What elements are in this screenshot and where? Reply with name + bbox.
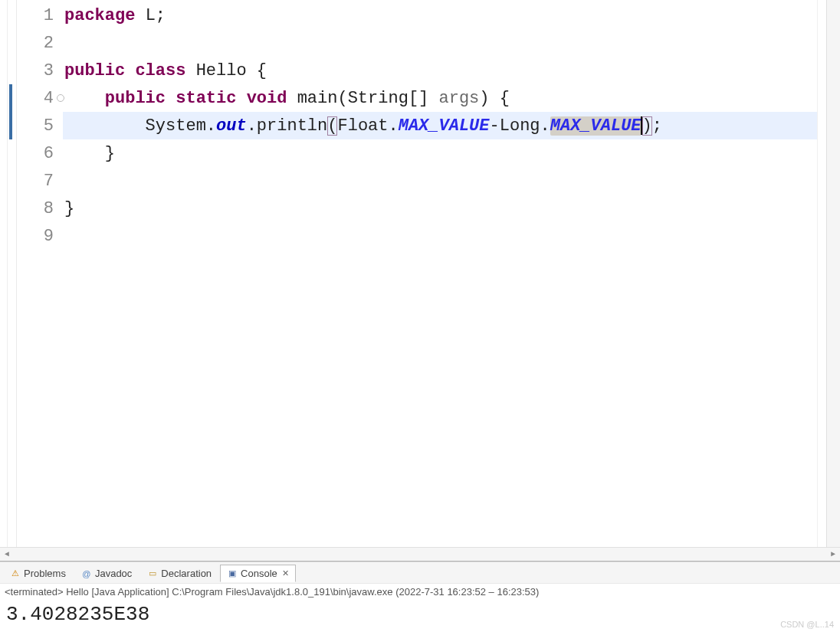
line-number[interactable]: 5 [17, 112, 63, 139]
code-token: ; [652, 116, 662, 136]
code-line[interactable]: public static void main(String[] args) { [63, 84, 817, 112]
tab-declaration[interactable]: ▭ Declaration [140, 565, 218, 582]
code-token: Float. [337, 116, 398, 136]
console-status: <terminated> Hello [Java Application] C:… [0, 583, 840, 600]
line-number[interactable]: 4 [17, 84, 63, 112]
tab-label: Javadoc [95, 568, 132, 579]
console-output[interactable]: 3.4028235E38 [0, 600, 840, 632]
code-token: public class [64, 61, 196, 80]
line-number[interactable]: 3 [17, 57, 63, 84]
code-token: MAX_VALUE [550, 116, 641, 136]
fold-marker[interactable] [9, 84, 12, 139]
ide-root: 123456789 package L;public class Hello {… [0, 0, 840, 632]
code-token: L; [146, 6, 166, 25]
declaration-icon: ▭ [147, 568, 158, 579]
code-line[interactable]: } [63, 195, 817, 222]
code-token: ) { [479, 89, 510, 108]
tab-javadoc[interactable]: @ Javadoc [74, 565, 139, 582]
tab-label: Console [241, 568, 277, 579]
tab-label: Declaration [161, 568, 212, 579]
code-token: package [64, 6, 146, 25]
line-number-gutter[interactable]: 123456789 [17, 0, 63, 547]
line-number[interactable]: 9 [17, 222, 63, 250]
console-icon: ▣ [227, 568, 238, 579]
close-icon[interactable]: ✕ [282, 568, 289, 578]
scroll-left-icon[interactable]: ◄ [0, 548, 14, 562]
line-number[interactable]: 8 [17, 195, 63, 222]
code-area[interactable]: package L;public class Hello { public st… [63, 0, 817, 547]
code-line[interactable]: package L; [63, 2, 817, 29]
line-number[interactable]: 7 [17, 167, 63, 195]
code-line[interactable] [63, 222, 817, 250]
scroll-right-icon[interactable]: ► [826, 548, 840, 562]
code-token: MAX_VALUE [399, 116, 490, 136]
line-number[interactable]: 1 [17, 2, 63, 29]
code-token: out [216, 116, 247, 136]
line-number[interactable]: 2 [17, 29, 63, 57]
overview-ruler[interactable] [817, 0, 826, 547]
horizontal-scrollbar[interactable]: ◄ ► [0, 547, 840, 561]
code-token: System. [64, 116, 216, 136]
code-line[interactable]: System.out.println(Float.MAX_VALUE-Long.… [63, 112, 817, 139]
editor-pane: 123456789 package L;public class Hello {… [0, 0, 840, 547]
problems-icon: ⚠ [10, 568, 21, 579]
code-token: } [64, 199, 74, 218]
javadoc-icon: @ [81, 568, 92, 579]
vertical-scrollbar[interactable] [826, 0, 840, 547]
code-line[interactable]: public class Hello { [63, 57, 817, 84]
code-line[interactable] [63, 29, 817, 57]
code-token: -Long. [490, 116, 550, 136]
code-token: ( [327, 116, 337, 136]
code-token: Hello { [196, 61, 267, 80]
code-token: .println [247, 116, 328, 136]
line-number[interactable]: 6 [17, 139, 63, 167]
folding-strip[interactable] [8, 0, 17, 547]
tab-problems[interactable]: ⚠ Problems [3, 565, 73, 582]
code-token [64, 89, 105, 108]
code-token: ) [642, 116, 652, 136]
code-token: main(String[] [297, 89, 439, 108]
code-token: } [64, 144, 115, 163]
editor-left-strip [0, 0, 8, 547]
views-tab-bar: ⚠ Problems @ Javadoc ▭ Declaration ▣ Con… [0, 562, 840, 583]
tab-label: Problems [24, 568, 66, 579]
code-line[interactable] [63, 167, 817, 195]
watermark: CSDN @L..14 [780, 620, 834, 629]
code-line[interactable]: } [63, 139, 817, 167]
code-token: public static void [105, 89, 297, 108]
code-token: args [439, 89, 480, 108]
tab-console[interactable]: ▣ Console ✕ [220, 565, 296, 582]
